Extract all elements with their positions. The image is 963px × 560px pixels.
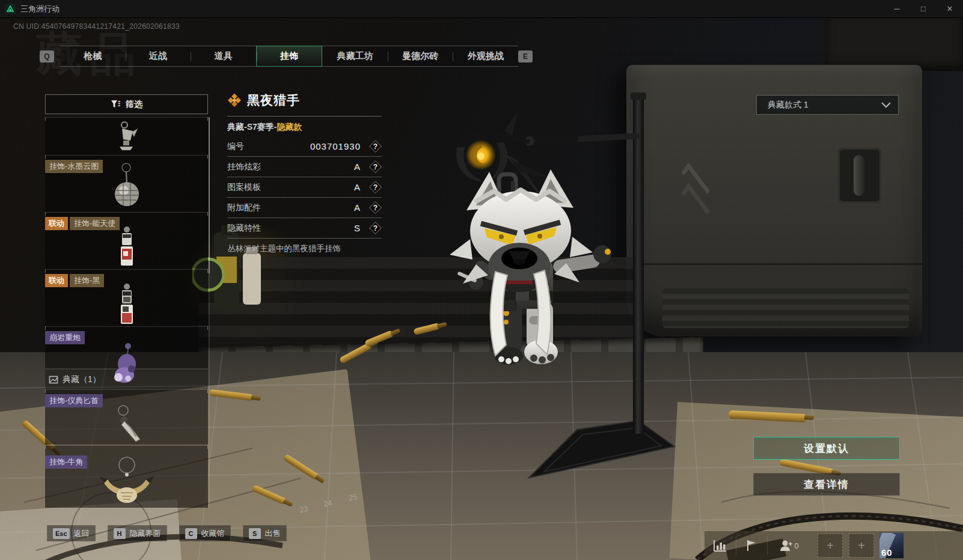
collab-badge: 联动: [45, 274, 68, 287]
floor-number: 23: [299, 504, 309, 514]
help-icon[interactable]: ?: [369, 181, 382, 193]
filter-button[interactable]: 筛选: [45, 94, 208, 114]
tab-collection-workshop[interactable]: 典藏工坊: [322, 46, 388, 66]
minimize-button[interactable]: ─: [884, 0, 910, 18]
item-detail-panel: 黑夜猎手 典藏-S7赛季-隐藏款 编号 003701930 ? 挂饰炫彩 A ?…: [227, 90, 382, 254]
status-tray: 0 + + 60: [705, 531, 963, 560]
charm-thumbnail-tag: [115, 283, 139, 325]
tab-weapons[interactable]: 枪械: [60, 46, 126, 66]
floor-number: 24: [323, 498, 333, 508]
charm-thumbnail-horns: [98, 455, 156, 507]
detail-row-accessory: 附加配件 A ?: [227, 198, 382, 218]
tab-appearance-challenge[interactable]: 外观挑战: [453, 46, 518, 66]
style-dropdown[interactable]: 典藏款式 1: [756, 95, 899, 115]
h-key: H: [114, 528, 126, 539]
charm-thumbnail-dagger: [109, 404, 145, 444]
list-item[interactable]: 挂饰-仪典匕首: [45, 389, 208, 445]
help-icon[interactable]: ?: [369, 140, 382, 153]
list-item[interactable]: [45, 117, 208, 154]
s-key: S: [249, 528, 261, 539]
empty-slot-add[interactable]: +: [849, 534, 874, 558]
collection-count: 典藏（1）: [63, 374, 101, 385]
category-tabbar: 枪械 近战 道具 挂饰 典藏工坊 曼德尔砖 外观挑战: [60, 46, 518, 67]
item-label: 崩岩重炮: [45, 331, 85, 344]
view-details-button[interactable]: 查看详情: [753, 473, 900, 496]
maximize-button[interactable]: □: [910, 0, 937, 18]
key-hint-q: Q: [40, 50, 54, 62]
item-title: 黑夜猎手: [247, 92, 300, 109]
item-label: 挂饰-能天使: [70, 217, 120, 230]
friends-count: 0: [794, 541, 798, 550]
item-label: 挂饰-水墨云图: [45, 160, 103, 173]
stats-button[interactable]: [705, 531, 736, 560]
person-icon: [780, 540, 793, 552]
item-description: 丛林派对主题中的黑夜猎手挂饰: [227, 243, 382, 254]
report-button[interactable]: [736, 531, 767, 560]
item-label: 挂饰-仪典匕首: [45, 394, 103, 407]
charm-thumbnail-tag: [115, 226, 139, 268]
c-key: C: [185, 528, 197, 539]
hotkey-bar: Esc 返回 H 隐藏界面 C 收藏馆 S 出售: [47, 525, 287, 541]
crate-top-right: [825, 18, 963, 71]
list-item[interactable]: 挂饰-牛角: [45, 445, 208, 508]
charm-thumbnail-disco-ball: [111, 162, 143, 210]
esc-key: Esc: [53, 528, 70, 539]
filter-label: 筛选: [126, 99, 142, 110]
list-item[interactable]: 崩岩重炮: [45, 326, 208, 368]
hotkey-back[interactable]: Esc 返回: [47, 525, 96, 541]
tab-mandel-brick[interactable]: 曼德尔砖: [388, 46, 453, 66]
filter-icon: [111, 100, 121, 109]
uid-text: CN UID:45407649783441217421_202602061833: [13, 22, 180, 31]
titlebar: 三角洲行动 ─ □ ✕: [0, 0, 963, 18]
close-button[interactable]: ✕: [937, 0, 963, 18]
help-icon[interactable]: ?: [369, 222, 382, 234]
flag-icon: [745, 540, 757, 552]
weapon-thumbnail[interactable]: 60: [879, 532, 904, 559]
hotkey-sell[interactable]: S 出售: [243, 525, 287, 541]
detail-row-pattern: 图案模板 A ?: [227, 177, 382, 198]
window-title: 三角洲行动: [20, 4, 60, 14]
charm-3d-viewport[interactable]: [439, 84, 691, 493]
list-item[interactable]: 挂饰-水墨云图: [45, 155, 208, 212]
style-dropdown-value: 典藏款式 1: [768, 100, 809, 111]
list-item[interactable]: 联动 挂饰-能天使: [45, 212, 208, 269]
key-hint-e: E: [518, 50, 533, 62]
hotkey-collection-hall[interactable]: C 收藏馆: [179, 525, 231, 541]
empty-slot-add[interactable]: +: [818, 534, 843, 558]
collab-badge: 联动: [45, 217, 68, 230]
collection-icon: [49, 375, 58, 385]
list-item[interactable]: 联动 挂饰-黑: [45, 269, 208, 326]
floor-number: 25: [348, 492, 358, 502]
item-subtitle: 典藏-S7赛季-隐藏款: [227, 122, 382, 133]
help-icon[interactable]: ?: [369, 160, 382, 173]
item-label: 挂饰-黑: [70, 274, 104, 287]
tab-items[interactable]: 道具: [191, 46, 256, 66]
friends-button[interactable]: 0: [767, 531, 812, 560]
set-default-button[interactable]: 设置默认: [753, 437, 900, 460]
thumbnail-value: 60: [881, 547, 893, 558]
crate-handle: [838, 148, 881, 203]
hotkey-hide-ui[interactable]: H 隐藏界面: [108, 525, 167, 541]
tab-charms[interactable]: 挂饰: [256, 46, 323, 67]
app-logo-icon: [5, 4, 16, 14]
chevron-down-icon: [881, 102, 891, 108]
help-icon[interactable]: ?: [369, 201, 382, 214]
bar-chart-icon: [714, 540, 727, 552]
charm-list: 挂饰-水墨云图 联动 挂饰-能天使: [45, 117, 208, 508]
tab-melee[interactable]: 近战: [126, 46, 191, 66]
rarity-diamond-icon: [227, 93, 242, 108]
crate-vents: [662, 288, 909, 328]
charm-thumbnail-trophy: [114, 120, 140, 154]
detail-row-hidden-trait: 隐藏特性 S ?: [227, 218, 382, 239]
sidebar-scrollbar-thumb[interactable]: [209, 117, 210, 273]
charm-thumbnail-cannon: [110, 342, 144, 387]
item-label: 挂饰-牛角: [45, 455, 87, 469]
detail-row-serial: 编号 003701930 ?: [227, 136, 382, 157]
detail-row-finish: 挂饰炫彩 A ?: [227, 157, 382, 177]
app-window: 三角洲行动 ─ □ ✕: [0, 0, 963, 560]
